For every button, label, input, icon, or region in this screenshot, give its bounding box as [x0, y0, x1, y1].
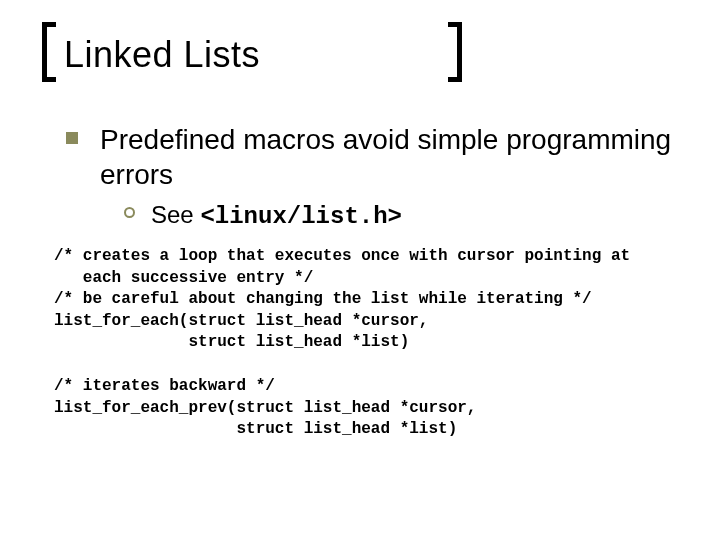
slide-body: Predefined macros avoid simple programmi… — [56, 122, 680, 441]
sub1-code: <linux/list.h> — [200, 203, 402, 230]
bullet-level1: Predefined macros avoid simple programmi… — [66, 122, 680, 192]
sub1-prefix: See — [151, 201, 200, 228]
circle-bullet-icon — [124, 207, 135, 218]
code-line: list_for_each_prev(struct list_head *cur… — [54, 399, 476, 417]
slide: Linked Lists Predefined macros avoid sim… — [0, 0, 720, 540]
bullet-level2: See <linux/list.h> — [124, 200, 680, 232]
code-line: each successive entry */ — [54, 269, 313, 287]
slide-title: Linked Lists — [56, 28, 680, 82]
code-line: /* iterates backward */ — [54, 377, 275, 395]
code-line: struct list_head *list) — [54, 333, 409, 351]
code-line: /* creates a loop that executes once wit… — [54, 247, 630, 265]
code-gap — [54, 354, 680, 376]
code-block: /* creates a loop that executes once wit… — [54, 246, 680, 441]
code-line: list_for_each(struct list_head *cursor, — [54, 312, 428, 330]
title-wrap: Linked Lists — [56, 28, 680, 82]
bracket-left-icon — [42, 22, 56, 82]
code-line: /* be careful about changing the list wh… — [54, 290, 592, 308]
bracket-right-icon — [448, 22, 462, 82]
square-bullet-icon — [66, 132, 78, 144]
code-line: struct list_head *list) — [54, 420, 457, 438]
sub-bullet-text: See <linux/list.h> — [151, 200, 402, 232]
bullet1-text: Predefined macros avoid simple programmi… — [100, 122, 680, 192]
